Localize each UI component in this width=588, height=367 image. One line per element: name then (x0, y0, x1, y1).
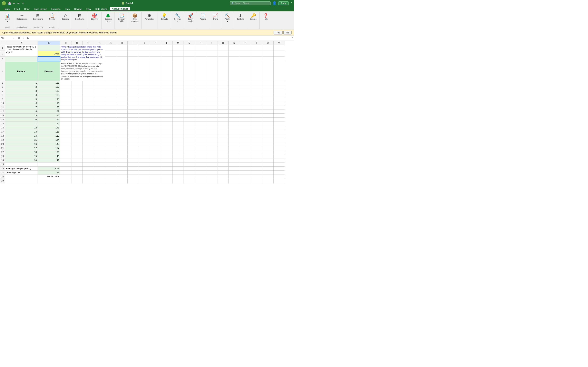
cell-m1[interactable] (173, 45, 184, 51)
cell-n3[interactable] (184, 57, 195, 62)
cell-e22[interactable] (83, 150, 94, 154)
cell-s23[interactable] (240, 154, 251, 158)
cell-g9[interactable] (105, 97, 116, 101)
cell-l24[interactable] (161, 158, 173, 162)
cell-o16[interactable] (195, 125, 206, 130)
fx-label[interactable]: fx (26, 37, 30, 40)
cell-k13[interactable] (150, 113, 161, 117)
cell-h3[interactable] (116, 57, 128, 62)
cell-k27[interactable] (150, 170, 161, 175)
cell-o7[interactable] (195, 89, 206, 93)
cell-e24[interactable] (83, 158, 94, 162)
ribbon-btn-optimize[interactable]: 🔧 Optimize ▾ (173, 13, 183, 26)
cell-r11[interactable] (229, 105, 240, 109)
cell-u26[interactable] (262, 166, 274, 170)
cell-l13[interactable] (161, 113, 173, 117)
cell-h25[interactable] (116, 162, 128, 166)
cell-a24[interactable]: 20 (5, 158, 38, 162)
cell-q19[interactable] (217, 138, 229, 142)
cell-n1[interactable] (184, 45, 195, 51)
cell-k25[interactable] (150, 162, 161, 166)
cell-d14[interactable] (71, 117, 83, 122)
cell-m18[interactable] (173, 134, 184, 138)
cell-m9[interactable] (173, 97, 184, 101)
cell-t12[interactable] (251, 109, 262, 113)
cell-l20[interactable] (161, 142, 173, 146)
cell-f19[interactable] (94, 138, 105, 142)
cell-f11[interactable] (94, 105, 105, 109)
menu-home[interactable]: Home (2, 7, 12, 11)
cell-f26[interactable] (94, 166, 105, 170)
cell-k28[interactable] (150, 175, 161, 179)
cell-s19[interactable] (240, 138, 251, 142)
col-header-r[interactable]: R (229, 41, 240, 45)
cell-o10[interactable] (195, 101, 206, 105)
cell-i12[interactable] (128, 109, 139, 113)
col-header-e[interactable]: E (83, 41, 94, 45)
cell-a23[interactable]: 19 (5, 154, 38, 158)
cell-q4[interactable] (217, 62, 229, 81)
cell-p24[interactable] (206, 158, 217, 162)
cell-e16[interactable] (83, 125, 94, 130)
col-header-q[interactable]: Q (217, 41, 229, 45)
cell-g11[interactable] (105, 105, 116, 109)
cell-d5[interactable] (71, 81, 83, 85)
cell-o23[interactable] (195, 154, 206, 158)
cell-m24[interactable] (173, 158, 184, 162)
cell-q3[interactable] (217, 57, 229, 62)
cell-k14[interactable] (150, 117, 161, 122)
col-header-d[interactable]: D (71, 41, 83, 45)
cell-o21[interactable] (195, 146, 206, 150)
cell-o6[interactable] (195, 85, 206, 89)
cell-h13[interactable] (116, 113, 128, 117)
cell-a27[interactable]: Ordering Cost (5, 170, 38, 175)
cell-t4[interactable] (251, 62, 262, 81)
cell-k3[interactable] (150, 57, 161, 62)
cell-l8[interactable] (161, 93, 173, 97)
menu-page-layout[interactable]: Page Layout (32, 7, 49, 11)
cell-i10[interactable] (128, 101, 139, 105)
cell-l22[interactable] (161, 150, 173, 154)
cell-o12[interactable] (195, 109, 206, 113)
cell-k10[interactable] (150, 101, 161, 105)
cell-s4[interactable] (240, 62, 251, 81)
cell-e8[interactable] (83, 93, 94, 97)
cell-l23[interactable] (161, 154, 173, 158)
cell-d11[interactable] (71, 105, 83, 109)
cell-g16[interactable] (105, 125, 116, 130)
cell-m20[interactable] (173, 142, 184, 146)
cell-h10[interactable] (116, 101, 128, 105)
cell-r17[interactable] (229, 130, 240, 134)
col-header-b[interactable]: B (38, 41, 60, 45)
cell-j27[interactable] (139, 170, 150, 175)
ribbon-btn-decision[interactable]: ◇ Decision (61, 13, 70, 26)
cell-j28[interactable] (139, 175, 150, 179)
cell-q22[interactable] (217, 150, 229, 154)
cell-h28[interactable] (116, 175, 128, 179)
cell-k12[interactable] (150, 109, 161, 113)
ribbon-collapse-button[interactable]: ⌃ (290, 2, 292, 5)
cell-t14[interactable] (251, 117, 262, 122)
cell-g18[interactable] (105, 134, 116, 138)
cell-v9[interactable] (274, 97, 285, 101)
cell-e20[interactable] (83, 142, 94, 146)
cell-g7[interactable] (105, 89, 116, 93)
cell-v7[interactable] (274, 89, 285, 93)
cell-b4[interactable]: Demand (38, 62, 60, 81)
cell-p16[interactable] (206, 125, 217, 130)
cell-b19[interactable]: 144 (38, 138, 60, 142)
cell-c6[interactable] (60, 85, 71, 89)
cell-n27[interactable] (184, 170, 195, 175)
cell-j7[interactable] (139, 89, 150, 93)
cell-q28[interactable] (217, 175, 229, 179)
cell-i26[interactable] (128, 166, 139, 170)
cell-b1[interactable] (38, 45, 60, 51)
cell-b9[interactable]: 119 (38, 97, 60, 101)
cell-s27[interactable] (240, 170, 251, 175)
cell-j17[interactable] (139, 130, 150, 134)
cell-i11[interactable] (128, 105, 139, 109)
cell-v1[interactable] (274, 45, 285, 51)
cell-t3[interactable] (251, 57, 262, 62)
cell-u28[interactable] (262, 175, 274, 179)
cell-m15[interactable] (173, 122, 184, 125)
